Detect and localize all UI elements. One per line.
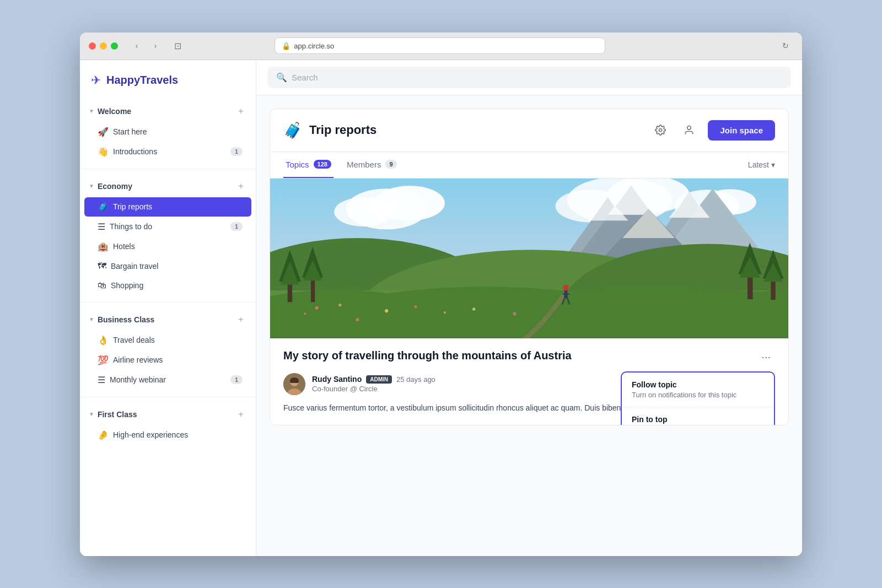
- chevron-down-icon: ▾: [771, 160, 775, 169]
- map-icon: 🗺: [98, 261, 106, 271]
- popup-item-desc: Turn on notifications for this topic: [632, 391, 764, 399]
- luggage-icon: 🧳: [98, 202, 109, 212]
- chevron-down-icon: ▼: [89, 411, 94, 417]
- svg-point-32: [513, 312, 516, 315]
- chevron-down-icon: ▼: [89, 183, 94, 189]
- content-area: 🧳 Trip reports: [256, 95, 802, 556]
- reload-button[interactable]: ↻: [778, 38, 793, 53]
- back-button[interactable]: ‹: [129, 38, 144, 53]
- maximize-button[interactable]: [111, 42, 118, 50]
- search-icon: 🔍: [276, 72, 287, 83]
- tab-topics[interactable]: Topics 128: [283, 152, 334, 178]
- sidebar-item-travel-deals[interactable]: 👌 Travel deals: [84, 331, 251, 350]
- space-tabs: Topics 128 Members 9 Latest ▾: [270, 152, 788, 179]
- tab-members-badge: 9: [385, 160, 396, 169]
- section-add-business-class[interactable]: +: [235, 314, 247, 326]
- logo-icon: ✈: [91, 73, 101, 88]
- traffic-lights: [89, 42, 118, 50]
- sidebar-item-label: High-end experiences: [113, 430, 243, 439]
- sidebar-item-label: Shopping: [111, 281, 243, 290]
- chevron-down-icon: ▼: [89, 316, 94, 322]
- section-add-first-class[interactable]: +: [235, 408, 247, 420]
- sidebar-item-trip-reports[interactable]: 🧳 Trip reports: [84, 197, 251, 217]
- tab-members[interactable]: Members 9: [345, 152, 399, 178]
- svg-point-30: [356, 317, 359, 321]
- post-hero-image: [270, 179, 788, 338]
- logo-text: HappyTravels: [106, 74, 178, 87]
- section-header-economy[interactable]: ▼ Economy +: [80, 176, 256, 197]
- hotel-icon: 🏨: [98, 241, 109, 252]
- popup-item-follow-topic[interactable]: Follow topic Turn on notifications for t…: [622, 373, 774, 407]
- url-text: app.circle.so: [294, 42, 334, 50]
- sidebar-item-airline-reviews[interactable]: 💯 Airline reviews: [84, 350, 251, 370]
- bag-icon: 🛍: [98, 280, 106, 290]
- author-role: Co-founder @ Circle: [312, 385, 435, 393]
- post-time: 25 days ago: [396, 375, 435, 384]
- address-bar[interactable]: 🔒 app.circle.so: [275, 37, 605, 54]
- section-header-economy-left: ▼ Economy: [89, 182, 132, 191]
- section-header-business-class[interactable]: ▼ Business Class +: [80, 309, 256, 330]
- post-content: My story of travelling through the mount…: [270, 338, 788, 425]
- sidebar-item-high-end-experiences[interactable]: 🤌 High-end experiences: [84, 425, 251, 445]
- sidebar-section-first-class: ▼ First Class + 🤌 High-end experiences: [80, 402, 256, 447]
- section-header-welcome[interactable]: ▼ Welcome +: [80, 101, 256, 122]
- forward-button[interactable]: ›: [148, 38, 163, 53]
- divider: [80, 302, 256, 303]
- browser-window: ‹ › ⊡ 🔒 app.circle.so ↻ ✈ HappyTravels ▼…: [80, 33, 802, 556]
- sort-label: Latest: [748, 160, 769, 169]
- sidebar-item-label: Hotels: [113, 242, 243, 251]
- sidebar-item-monthly-webinar[interactable]: ☰ Monthly webinar 1: [84, 370, 251, 390]
- sidebar-item-label: Monthly webinar: [110, 375, 226, 384]
- section-label-economy: Economy: [98, 182, 132, 191]
- section-header-welcome-left: ▼ Welcome: [89, 107, 131, 116]
- sidebar-item-label: Airline reviews: [113, 355, 243, 364]
- section-add-economy[interactable]: +: [235, 180, 247, 192]
- space-header: 🧳 Trip reports: [270, 109, 788, 152]
- list-icon: ☰: [98, 375, 105, 385]
- space-title: Trip reports: [309, 123, 644, 137]
- members-button[interactable]: [679, 120, 699, 140]
- divider: [80, 397, 256, 397]
- sidebar-item-shopping[interactable]: 🛍 Shopping: [84, 276, 251, 295]
- section-header-business-class-left: ▼ Business Class: [89, 315, 154, 324]
- sidebar-section-business-class: ▼ Business Class + 👌 Travel deals 💯 Airl…: [80, 307, 256, 392]
- tab-members-label: Members: [347, 160, 381, 169]
- join-space-button[interactable]: Join space: [708, 120, 775, 141]
- chevron-down-icon: ▼: [89, 108, 94, 114]
- sidebar-item-label: Travel deals: [113, 336, 243, 344]
- minimize-button[interactable]: [100, 42, 107, 50]
- space-actions: Join space: [650, 120, 775, 141]
- divider: [80, 169, 256, 169]
- sidebar-item-label: Bargain travel: [111, 262, 243, 271]
- post-title-row: My story of travelling through the mount…: [283, 349, 775, 364]
- popup-item-pin-to-top[interactable]: Pin to top Pin to the top of this space: [622, 407, 774, 425]
- sidebar-item-label: Start here: [113, 127, 243, 136]
- search-placeholder: Search: [292, 73, 318, 82]
- section-add-welcome[interactable]: +: [235, 105, 247, 117]
- section-label-welcome: Welcome: [98, 107, 131, 116]
- avatar-image: [283, 373, 305, 395]
- popup-menu: Follow topic Turn on notifications for t…: [621, 371, 775, 425]
- sidebar: ✈ HappyTravels ▼ Welcome + 🚀 Start here: [80, 60, 256, 556]
- sidebar-item-start-here[interactable]: 🚀 Start here: [84, 122, 251, 142]
- section-header-first-class[interactable]: ▼ First Class +: [80, 404, 256, 425]
- settings-button[interactable]: [650, 120, 670, 140]
- sidebar-item-things-to-do[interactable]: ☰ Things to do 1: [84, 217, 251, 236]
- sidebar-section-welcome: ▼ Welcome + 🚀 Start here 👋 Introductions…: [80, 99, 256, 164]
- post-author-info: Rudy Santino ADMIN 25 days ago Co-founde…: [312, 375, 435, 393]
- svg-point-29: [444, 311, 446, 314]
- sidebar-item-introductions[interactable]: 👋 Introductions 1: [84, 142, 251, 161]
- badge-introductions: 1: [230, 147, 243, 156]
- sort-dropdown[interactable]: Latest ▾: [748, 160, 775, 169]
- more-options-button[interactable]: ···: [757, 349, 775, 364]
- sidebar-item-hotels[interactable]: 🏨 Hotels: [84, 237, 251, 256]
- tab-overview-button[interactable]: ⊡: [170, 38, 185, 53]
- ok-hand-icon: 👌: [98, 335, 109, 346]
- space-container: 🧳 Trip reports: [270, 109, 789, 425]
- sidebar-item-bargain-travel[interactable]: 🗺 Bargain travel: [84, 257, 251, 276]
- lock-icon: 🔒: [282, 42, 291, 50]
- search-box[interactable]: 🔍 Search: [267, 67, 791, 88]
- svg-point-27: [385, 309, 388, 312]
- popup-item-title: Follow topic: [632, 380, 764, 389]
- close-button[interactable]: [89, 42, 96, 50]
